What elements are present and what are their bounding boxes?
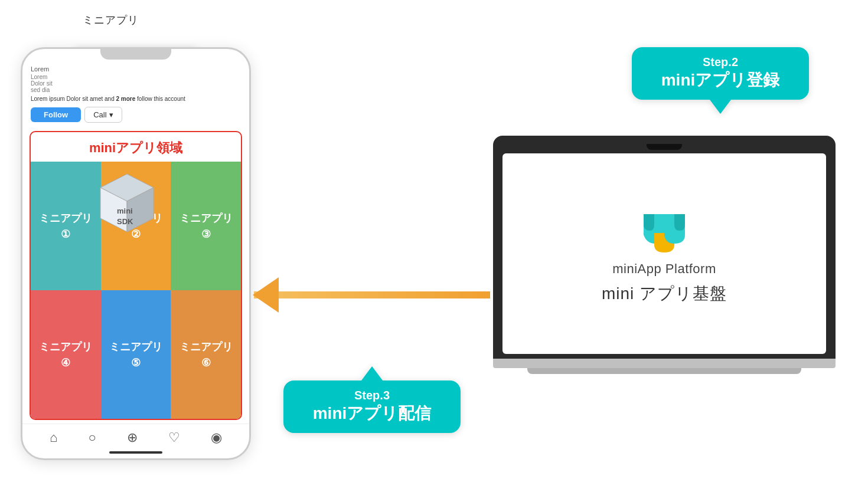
search-icon: ○	[88, 430, 96, 445]
arrow-head	[253, 277, 279, 313]
phone-profile: Lorem Lorem Dolor sit sed dia Lorem ipsu…	[22, 61, 249, 126]
mini-cell-1-num: ①	[61, 228, 70, 241]
mini-cell-6-label: ミニアプリ	[180, 340, 233, 354]
chevron-down-icon: ▾	[109, 110, 113, 119]
laptop-base	[493, 359, 836, 368]
logo-wrapper: miniApp Platform mini アプリ基盤	[602, 202, 727, 305]
add-icon: ⊕	[127, 430, 138, 445]
mini-cell-3-label: ミニアプリ	[180, 211, 233, 225]
mini-cell-1: ミニアプリ ①	[31, 162, 101, 290]
phone-followers: Lorem ipsum Dolor sit amet and 2 more fo…	[31, 96, 241, 102]
arrow-line	[254, 291, 490, 298]
home-indicator	[109, 451, 162, 454]
phone-lorem3: Dolor sit	[31, 80, 241, 87]
profile-icon: ◉	[211, 430, 222, 445]
step2-bubble: Step.2 miniアプリ登録	[632, 47, 809, 100]
step3-num: Step.3	[298, 389, 446, 402]
mini-cell-4-label: ミニアプリ	[39, 340, 92, 354]
miniapp-logo	[638, 202, 691, 255]
step2-title: miniアプリ登録	[646, 69, 795, 91]
heart-icon: ♡	[168, 430, 180, 445]
sdk-box: mini SDK	[94, 171, 159, 248]
mini-cell-4: ミニアプリ ④	[31, 290, 101, 419]
laptop: miniApp Platform mini アプリ基盤	[493, 136, 836, 374]
phone: Lorem Lorem Dolor sit sed dia Lorem ipsu…	[21, 47, 251, 460]
phone-notch	[100, 49, 171, 60]
follow-button[interactable]: Follow	[31, 107, 81, 122]
phone-lorem4: sed dia	[31, 87, 241, 93]
mini-cell-4-num: ④	[61, 356, 70, 369]
phone-nav: ⌂ ○ ⊕ ♡ ◉	[22, 424, 249, 449]
laptop-foot	[527, 368, 801, 374]
svg-text:SDK: SDK	[117, 217, 133, 226]
step3-title: miniアプリ配信	[298, 402, 446, 425]
mini-cell-5: ミニアプリ ⑤	[101, 290, 171, 419]
laptop-screen-frame: miniApp Platform mini アプリ基盤	[493, 136, 836, 359]
home-icon: ⌂	[50, 430, 57, 445]
phone-lorem2: Lorem	[31, 74, 241, 80]
mini-cell-5-label: ミニアプリ	[109, 340, 162, 354]
mini-cell-6-num: ⑥	[201, 356, 211, 369]
svg-text:mini: mini	[117, 206, 133, 215]
page-title: ミニアプリ	[83, 13, 139, 27]
step2-num: Step.2	[646, 55, 795, 69]
laptop-screen: miniApp Platform mini アプリ基盤	[502, 153, 826, 354]
mini-cell-3-num: ③	[201, 228, 211, 241]
laptop-camera	[647, 144, 682, 150]
platform-name: miniApp Platform	[612, 261, 716, 277]
kiban-text: mini アプリ基盤	[602, 283, 727, 305]
mini-cell-5-num: ⑤	[131, 356, 141, 369]
mini-cell-1-label: ミニアプリ	[39, 211, 92, 225]
call-button[interactable]: Call ▾	[84, 107, 122, 123]
step3-bubble: Step.3 miniアプリ配信	[283, 380, 461, 433]
mini-cell-3: ミニアプリ ③	[171, 162, 241, 290]
arrow-diagram	[254, 277, 514, 313]
phone-lorem1: Lorem	[31, 65, 241, 73]
mini-app-label: miniアプリ領域	[31, 132, 241, 162]
mini-cell-6: ミニアプリ ⑥	[171, 290, 241, 419]
